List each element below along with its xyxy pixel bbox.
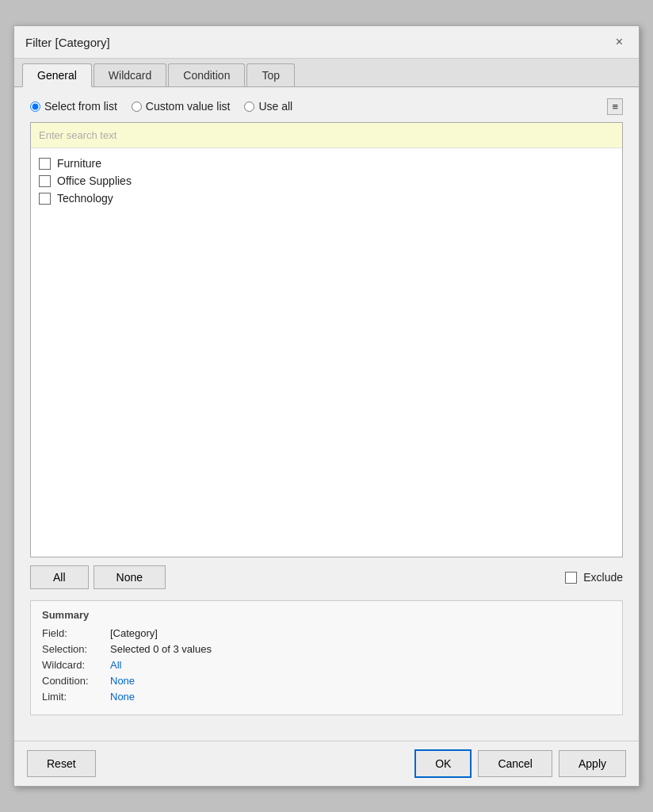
dialog-footer: Reset OK Cancel Apply: [14, 741, 639, 786]
tab-general[interactable]: General: [22, 63, 92, 87]
tab-bar: General Wildcard Condition Top: [14, 59, 639, 87]
list-item: Furniture: [36, 155, 617, 172]
item-list-container: Enter search text Furniture Office Suppl…: [30, 122, 623, 557]
summary-title: Summary: [42, 609, 611, 621]
dialog-title: Filter [Category]: [25, 36, 110, 49]
title-bar: Filter [Category] ×: [14, 26, 639, 59]
summary-selection: Selection: Selected 0 of 3 values: [42, 643, 611, 655]
item-list: Furniture Office Supplies Technology: [31, 148, 622, 557]
ok-button[interactable]: OK: [414, 749, 472, 778]
summary-wildcard: Wildcard: All: [42, 659, 611, 671]
radio-use-all[interactable]: Use all: [244, 100, 292, 113]
tab-condition[interactable]: Condition: [168, 63, 245, 86]
summary-condition: Condition: None: [42, 675, 611, 687]
checkbox-office-supplies[interactable]: [39, 175, 51, 187]
reset-button[interactable]: Reset: [27, 750, 96, 777]
summary-box: Summary Field: [Category] Selection: Sel…: [30, 600, 623, 715]
cancel-button[interactable]: Cancel: [478, 750, 552, 777]
selection-button-row: All None Exclude: [30, 565, 623, 589]
search-bar[interactable]: Enter search text: [31, 123, 622, 148]
tab-content: Select from list Custom value list Use a…: [14, 87, 639, 741]
list-item: Technology: [36, 190, 617, 207]
none-button[interactable]: None: [94, 565, 166, 589]
tab-wildcard[interactable]: Wildcard: [94, 63, 166, 86]
filter-dialog: Filter [Category] × General Wildcard Con…: [13, 25, 640, 787]
menu-icon[interactable]: ≡: [607, 98, 623, 115]
radio-select-from-list[interactable]: Select from list: [30, 100, 117, 113]
exclude-area: Exclude: [565, 571, 623, 584]
checkbox-technology[interactable]: [39, 193, 51, 205]
all-button[interactable]: All: [30, 565, 89, 589]
apply-button[interactable]: Apply: [559, 750, 626, 777]
close-button[interactable]: ×: [611, 34, 628, 50]
exclude-label: Exclude: [583, 571, 623, 584]
radio-custom-value-list[interactable]: Custom value list: [132, 100, 231, 113]
summary-limit: Limit: None: [42, 691, 611, 703]
summary-field: Field: [Category]: [42, 627, 611, 639]
tab-top[interactable]: Top: [246, 63, 295, 86]
checkbox-furniture[interactable]: [39, 158, 51, 170]
exclude-checkbox[interactable]: [565, 572, 577, 584]
list-item: Office Supplies: [36, 172, 617, 190]
radio-group: Select from list Custom value list Use a…: [30, 100, 623, 113]
